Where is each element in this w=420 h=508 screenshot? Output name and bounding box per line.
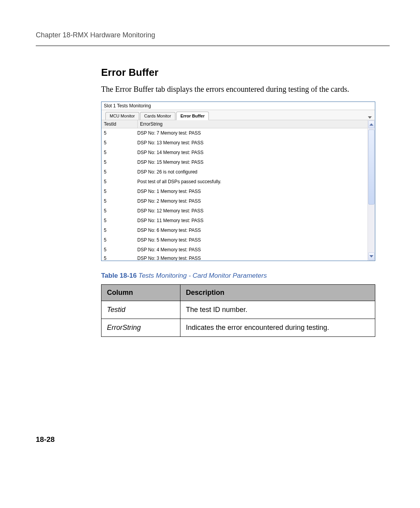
tab-strip: MCU Monitor Cards Monitor Error Buffer (102, 110, 375, 120)
grid-rows: 5 DSP No: 7 Memory test: PASS 5 DSP No: … (102, 128, 368, 261)
th-description: Description (180, 284, 375, 301)
table-row[interactable]: 5 DSP No: 1 Memory test: PASS (102, 187, 368, 196)
cell-errorstring: DSP No: 3 Memory test: PASS (135, 256, 368, 261)
cell-testid: 5 (102, 208, 135, 214)
cell-errorstring: DSP No: 4 Memory test: PASS (135, 247, 368, 252)
tab-error-buffer[interactable]: Error Buffer (176, 112, 209, 120)
cell-testid: 5 (102, 179, 135, 184)
cell-testid: 5 (102, 130, 135, 136)
cell-errorstring: DSP No: 7 Memory test: PASS (135, 130, 368, 136)
scroll-track[interactable] (368, 129, 375, 252)
cell-testid: 5 (102, 247, 135, 252)
window-title: Slot 1 Tests Monitoring (102, 102, 375, 110)
arrow-up-icon (369, 123, 373, 126)
cell-testid: 5 (102, 218, 135, 223)
table-row[interactable]: 5 DSP No: 7 Memory test: PASS (102, 128, 368, 138)
cell-errorstring: DSP No: 5 Memory test: PASS (135, 237, 368, 243)
column-header-errorstring[interactable]: ErrorString (138, 120, 368, 128)
table-row[interactable]: 5 DSP No: 15 Memory test: PASS (102, 158, 368, 167)
tab-mcu-monitor[interactable]: MCU Monitor (105, 112, 139, 120)
tab-overflow-button[interactable] (368, 115, 373, 119)
tab-cards-monitor[interactable]: Cards Monitor (140, 112, 175, 120)
table-row[interactable]: 5 Post test of all DSPs passed succesful… (102, 177, 368, 187)
cell-testid: 5 (102, 228, 135, 233)
scroll-thumb[interactable] (368, 130, 374, 205)
table-row[interactable]: 5 DSP No: 4 Memory test: PASS (102, 245, 368, 255)
table-row[interactable]: 5 DSP No: 5 Memory test: PASS (102, 235, 368, 245)
chapter-title: Chapter 18-RMX Hardware Monitoring (36, 31, 390, 39)
cell-testid: 5 (102, 169, 135, 175)
cell-description: The test ID number. (180, 301, 375, 319)
section-heading: Error Buffer (101, 67, 383, 79)
arrow-down-icon (369, 255, 373, 258)
chevron-down-icon (368, 116, 372, 119)
cell-errorstring: DSP No: 15 Memory test: PASS (135, 159, 368, 165)
table-row[interactable]: 5 DSP No: 12 Memory test: PASS (102, 206, 368, 216)
table-row[interactable]: 5 DSP No: 3 Memory test: PASS (102, 255, 368, 261)
scroll-up-button[interactable] (368, 121, 374, 128)
cell-testid: 5 (102, 159, 135, 165)
caption-number: Table 18-16 (101, 272, 136, 279)
cell-testid: 5 (102, 189, 135, 194)
cell-errorstring: DSP No: 11 Memory test: PASS (135, 218, 368, 223)
vertical-scrollbar[interactable] (368, 120, 375, 261)
table-caption: Table 18-16 Tests Monitoring - Card Moni… (101, 272, 383, 280)
page-number: 18-28 (36, 435, 55, 444)
cell-errorstring: DSP No: 14 Memory test: PASS (135, 150, 368, 155)
table-row[interactable]: 5 DSP No: 2 Memory test: PASS (102, 196, 368, 206)
cell-errorstring: DSP No: 26 is not configured (135, 169, 368, 175)
cell-testid: 5 (102, 256, 135, 261)
table-row: Testid The test ID number. (102, 301, 375, 319)
cell-errorstring: Post test of all DSPs passed succesfully… (135, 179, 368, 184)
cell-column: ErrorString (102, 319, 180, 336)
table-row[interactable]: 5 DSP No: 11 Memory test: PASS (102, 216, 368, 226)
cell-testid: 5 (102, 237, 135, 243)
cell-column: Testid (102, 301, 180, 319)
tests-monitoring-window: Slot 1 Tests Monitoring MCU Monitor Card… (101, 102, 375, 261)
content: Error Buffer The Error Buffer tab displa… (101, 67, 383, 337)
cell-description: Indicates the error encountered during t… (180, 319, 375, 336)
table-row[interactable]: 5 DSP No: 26 is not configured (102, 167, 368, 177)
cell-errorstring: DSP No: 2 Memory test: PASS (135, 198, 368, 204)
cell-errorstring: DSP No: 13 Memory test: PASS (135, 140, 368, 145)
cell-testid: 5 (102, 140, 135, 145)
scroll-down-button[interactable] (368, 252, 374, 260)
cell-errorstring: DSP No: 12 Memory test: PASS (135, 208, 368, 214)
grid: TestId ErrorString 5 DSP No: 7 Memory te… (102, 120, 375, 261)
grid-header: TestId ErrorString (102, 120, 368, 128)
table-row[interactable]: 5 DSP No: 14 Memory test: PASS (102, 148, 368, 158)
column-header-testid[interactable]: TestId (102, 120, 138, 128)
table-row[interactable]: 5 DSP No: 6 Memory test: PASS (102, 226, 368, 235)
th-column: Column (102, 284, 180, 301)
parameters-table: Column Description Testid The test ID nu… (101, 284, 375, 337)
divider (36, 45, 390, 46)
cell-errorstring: DSP No: 6 Memory test: PASS (135, 228, 368, 233)
table-row: ErrorString Indicates the error encounte… (102, 319, 375, 336)
cell-testid: 5 (102, 198, 135, 204)
table-row[interactable]: 5 DSP No: 13 Memory test: PASS (102, 138, 368, 148)
cell-errorstring: DSP No: 1 Memory test: PASS (135, 189, 368, 194)
caption-title: Tests Monitoring - Card Monitor Paramete… (138, 272, 267, 279)
section-intro: The Error Buffer tab displays the errors… (101, 84, 383, 95)
cell-testid: 5 (102, 150, 135, 155)
page: Chapter 18-RMX Hardware Monitoring Error… (0, 0, 420, 508)
